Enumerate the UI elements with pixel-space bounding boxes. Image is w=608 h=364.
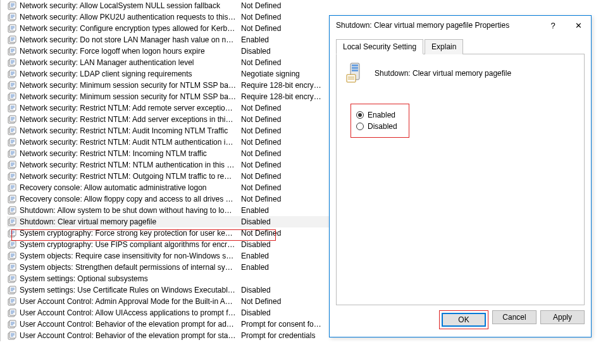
policy-name: Network security: Minimum session securi… (20, 80, 241, 91)
radio-enabled-label: Enabled (368, 111, 395, 119)
policy-setting: Disabled (241, 216, 323, 228)
policy-icon (7, 217, 17, 227)
policy-name: Network security: Allow LocalSystem NULL… (20, 0, 241, 11)
cancel-button[interactable]: Cancel (492, 310, 537, 324)
close-button[interactable]: ✕ (566, 16, 591, 35)
policy-row[interactable]: Recovery console: Allow automatic admini… (7, 182, 329, 193)
policy-setting: Prompt for credentials (241, 330, 323, 341)
policy-setting: Require 128-bit encryption (241, 80, 323, 91)
policy-row[interactable]: Network security: Restrict NTLM: Audit N… (7, 136, 329, 148)
tab-local-security-setting[interactable]: Local Security Setting (336, 39, 423, 54)
policy-row[interactable]: Network security: Restrict NTLM: Incomin… (7, 148, 329, 159)
policy-setting: Not Defined (241, 114, 323, 125)
radio-disabled[interactable]: Disabled (356, 122, 397, 131)
policy-row[interactable]: Network security: Restrict NTLM: Outgoin… (7, 171, 329, 182)
policy-row[interactable]: Shutdown: Clear virtual memory pagefileD… (7, 216, 329, 228)
policy-list[interactable]: Network security: Allow LocalSystem NULL… (0, 0, 329, 341)
policy-setting: Negotiate signing (241, 68, 323, 80)
policy-setting: Not Defined (241, 11, 323, 23)
policy-name: Network security: Restrict NTLM: NTLM au… (20, 159, 241, 171)
policy-row[interactable]: Network security: Do not store LAN Manag… (7, 34, 329, 46)
policy-row[interactable]: User Account Control: Admin Approval Mod… (7, 296, 329, 307)
policy-icon (7, 194, 17, 204)
policy-name: Recovery console: Allow automatic admini… (20, 182, 241, 193)
policy-name: User Account Control: Admin Approval Mod… (20, 296, 241, 307)
policy-name: Network security: Restrict NTLM: Audit N… (20, 136, 241, 148)
policy-icon (7, 69, 17, 79)
policy-name: Network security: LAN Manager authentica… (20, 57, 241, 68)
policy-name: Network security: Restrict NTLM: Outgoin… (20, 171, 241, 182)
policy-name: Network security: Restrict NTLM: Add ser… (20, 114, 241, 125)
policy-row[interactable]: Network security: Minimum session securi… (7, 80, 329, 91)
policy-row[interactable]: System cryptography: Use FIPS compliant … (7, 239, 329, 250)
policy-setting: Not Defined (241, 296, 323, 307)
policy-setting: Not Defined (241, 136, 323, 148)
help-button[interactable]: ? (540, 16, 566, 35)
radio-disabled-label: Disabled (368, 122, 397, 131)
policy-setting: Not Defined (241, 23, 323, 34)
policy-heading: Shutdown: Clear virtual memory pagefile (375, 69, 511, 78)
policy-icon (7, 1, 17, 11)
policy-setting: Not Defined (241, 171, 323, 182)
policy-row[interactable]: System settings: Use Certificate Rules o… (7, 284, 329, 296)
policy-icon (7, 12, 17, 22)
policy-row[interactable]: System settings: Optional subsystems (7, 273, 329, 284)
policy-row[interactable]: Network security: LAN Manager authentica… (7, 57, 329, 68)
policy-row[interactable]: System cryptography: Force strong key pr… (7, 228, 329, 239)
policy-icon (7, 319, 17, 329)
policy-icon (7, 274, 17, 284)
policy-row[interactable]: Network security: Restrict NTLM: Add rem… (7, 102, 329, 114)
policy-name: Network security: Force logoff when logo… (20, 46, 241, 57)
policy-icon (7, 285, 17, 295)
policy-icon (7, 205, 17, 215)
title-bar: Shutdown: Clear virtual memory pagefile … (330, 16, 591, 35)
policy-setting: Require 128-bit encryption (241, 91, 323, 102)
policy-icon (7, 308, 17, 318)
policy-row[interactable]: System objects: Require case insensitivi… (7, 250, 329, 262)
policy-setting: Disabled (241, 284, 323, 296)
policy-setting: Not Defined (241, 159, 323, 171)
policy-row[interactable]: Shutdown: Allow system to be shut down w… (7, 205, 329, 216)
policy-row[interactable]: Network security: Allow PKU2U authentica… (7, 11, 329, 23)
tab-explain[interactable]: Explain (425, 39, 463, 54)
policy-setting: Disabled (241, 46, 323, 57)
policy-server-icon (344, 62, 367, 85)
policy-setting: Disabled (241, 307, 323, 318)
policy-row[interactable]: User Account Control: Allow UIAccess app… (7, 307, 329, 318)
policy-icon (7, 114, 17, 124)
policy-icon (7, 296, 17, 306)
policy-row[interactable]: Network security: Restrict NTLM: Audit I… (7, 125, 329, 136)
policy-name: Shutdown: Allow system to be shut down w… (20, 205, 241, 216)
policy-row[interactable]: User Account Control: Behavior of the el… (7, 318, 329, 330)
policy-row[interactable]: Network security: LDAP client signing re… (7, 68, 329, 80)
policy-row[interactable]: Recovery console: Allow floppy copy and … (7, 193, 329, 205)
radio-circle-icon (356, 123, 364, 130)
policy-row[interactable]: Network security: Configure encryption t… (7, 23, 329, 34)
policy-row[interactable]: Network security: Minimum session securi… (7, 91, 329, 102)
policy-icon (7, 183, 17, 193)
radio-enabled[interactable]: Enabled (356, 111, 397, 119)
policy-icon (7, 262, 17, 272)
policy-icon (7, 331, 17, 341)
policy-icon (7, 160, 17, 170)
policy-setting: Enabled (241, 262, 323, 273)
policy-row[interactable]: Network security: Restrict NTLM: NTLM au… (7, 159, 329, 171)
policy-icon (7, 126, 17, 136)
policy-icon (7, 240, 17, 250)
ok-button[interactable]: OK (442, 313, 486, 327)
policy-setting: Enabled (241, 205, 323, 216)
apply-button[interactable]: Apply (540, 310, 585, 324)
policy-row[interactable]: Network security: Restrict NTLM: Add ser… (7, 114, 329, 125)
policy-row[interactable]: User Account Control: Behavior of the el… (7, 330, 329, 341)
policy-name: Network security: Restrict NTLM: Incomin… (20, 148, 241, 159)
policy-row[interactable]: Network security: Force logoff when logo… (7, 46, 329, 57)
policy-row[interactable]: Network security: Allow LocalSystem NULL… (7, 0, 329, 11)
policy-name: System cryptography: Use FIPS compliant … (20, 239, 241, 250)
policy-setting: Not Defined (241, 125, 323, 136)
policy-setting: Not Defined (241, 0, 323, 11)
policy-setting: Enabled (241, 250, 323, 262)
policy-row[interactable]: System objects: Strengthen default permi… (7, 262, 329, 273)
button-bar: OK Cancel Apply (330, 310, 591, 337)
properties-dialog: Shutdown: Clear virtual memory pagefile … (329, 15, 592, 337)
policy-icon (7, 149, 17, 159)
